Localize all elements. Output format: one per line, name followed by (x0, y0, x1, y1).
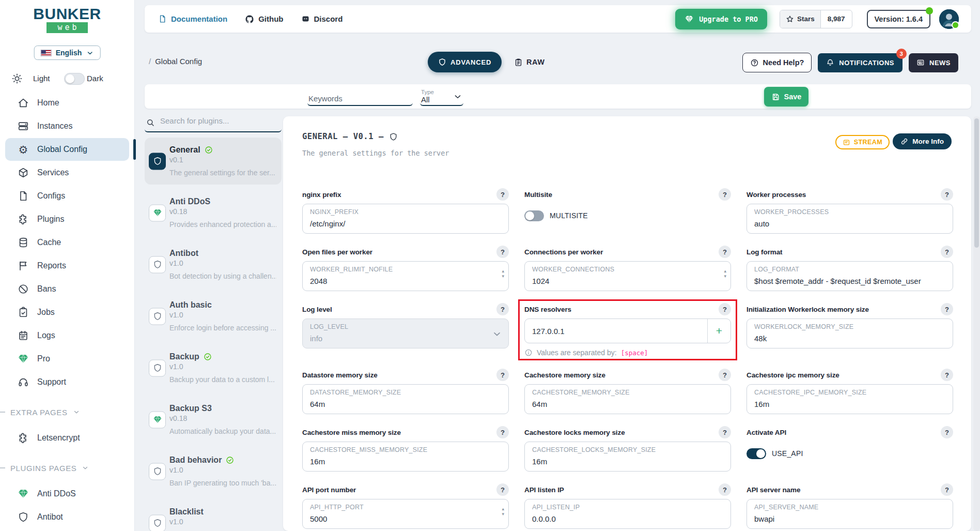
sidebar-item-reports[interactable]: Reports (5, 254, 129, 277)
field-input[interactable]: CACHESTORE_MEMORY_SIZE64m (524, 384, 731, 414)
sidebar-section-extra-pages[interactable]: EXTRA PAGES (0, 405, 134, 419)
add-value-button[interactable]: + (707, 319, 730, 343)
advanced-mode-button[interactable]: ADVANCED (428, 52, 502, 72)
help-icon[interactable]: ? (496, 426, 509, 438)
help-icon[interactable]: ? (719, 246, 731, 258)
keywords-input[interactable] (307, 92, 413, 106)
sidebar-item-logs[interactable]: Logs (5, 324, 129, 347)
theme-toggle[interactable] (64, 73, 85, 85)
panel-scrollbar[interactable] (973, 116, 980, 531)
help-icon[interactable]: ? (941, 246, 953, 258)
field-input[interactable]: API_SERVER_NAMEbwapi (746, 499, 953, 529)
topbar-links: Documentation Github Discord (158, 14, 343, 24)
toggle-use-api[interactable] (746, 448, 766, 459)
field-input[interactable]: NGINX_PREFIX/etc/nginx/ (302, 204, 509, 234)
help-icon[interactable]: ? (941, 303, 953, 315)
sidebar-item-support[interactable]: Support (5, 371, 129, 393)
field-cachestore-ipc-memory-size: Cachestore ipc memory size?CACHESTORE_IP… (746, 369, 953, 414)
plugin-item-antibot[interactable]: Antibotv1.0Bot detection by using a chal… (145, 241, 282, 288)
plugin-item-bad-behavior[interactable]: Bad behaviorv1.0Ban IP generating too mu… (145, 448, 282, 495)
save-button[interactable]: Save (764, 87, 808, 107)
github-stars-badge[interactable]: Stars 8,987 (780, 10, 852, 28)
plugin-search-input[interactable] (159, 116, 277, 126)
field-value-input[interactable]: 127.0.0.1 (525, 319, 707, 343)
type-select[interactable]: Type All (420, 89, 463, 106)
help-icon[interactable]: ? (941, 483, 953, 496)
scrollbar-thumb[interactable] (974, 118, 979, 248)
help-icon[interactable]: ? (496, 303, 509, 315)
sidebar-item-instances[interactable]: Instances (5, 115, 129, 138)
help-icon[interactable]: ? (496, 188, 509, 201)
field-input[interactable]: WORKER_RLIMIT_NOFILE2048▴▾ (302, 261, 509, 291)
field-value: 0.0.0.0 (532, 513, 723, 525)
sidebar-item-label: Bans (37, 284, 56, 294)
field-input[interactable]: DATASTORE_MEMORY_SIZE64m (302, 384, 509, 414)
sidebar-item-bans[interactable]: Bans (5, 278, 129, 300)
gear-icon: ⚙ (18, 144, 29, 155)
sidebar-item-home[interactable]: Home (5, 92, 129, 114)
version-status-dot (926, 7, 933, 14)
number-stepper[interactable]: ▴▾ (724, 268, 726, 279)
more-info-button[interactable]: More Info (893, 133, 952, 149)
sidebar-item-services[interactable]: Services (5, 161, 129, 184)
help-icon[interactable]: ? (941, 188, 953, 201)
field-value: 1024 (532, 276, 723, 287)
sidebar-item-cache[interactable]: Cache (5, 231, 129, 254)
sidebar-item-jobs[interactable]: Jobs (5, 301, 129, 324)
toggle-multisite[interactable] (524, 210, 544, 221)
notifications-button[interactable]: NOTIFICATIONS 3 (818, 53, 903, 72)
field-input[interactable]: WORKER_PROCESSESauto (746, 204, 953, 234)
section-label: PLUGINS PAGES (10, 464, 76, 473)
help-icon[interactable]: ? (496, 483, 509, 496)
help-icon[interactable]: ? (496, 246, 509, 258)
field-input[interactable]: CACHESTORE_IPC_MEMORY_SIZE16m (746, 384, 953, 414)
number-stepper[interactable]: ▴▾ (502, 268, 504, 279)
sidebar-item-letsencrypt[interactable]: Letsencrypt (5, 427, 129, 449)
field-input[interactable]: CACHESTORE_MISS_MEMORY_SIZE16m (302, 442, 509, 472)
star-icon (786, 15, 794, 23)
field-input[interactable]: API_LISTEN_IP0.0.0.0 (524, 499, 731, 529)
field-value: auto (754, 218, 945, 230)
news-button[interactable]: NEWS (909, 53, 958, 72)
bunkerweb-logo[interactable]: BUNKER web (0, 6, 134, 33)
upgrade-to-pro-button[interactable]: Upgrade to PRO (675, 9, 767, 29)
help-icon[interactable]: ? (719, 303, 731, 315)
sidebar-item-configs[interactable]: Configs (5, 185, 129, 207)
raw-mode-button[interactable]: RAW (514, 58, 545, 67)
sidebar-item-global-config[interactable]: ⚙Global Config (5, 138, 129, 161)
plugin-item-anti-ddos[interactable]: Anti DDoSv0.18Provides enhanced protecti… (145, 189, 282, 236)
discord-link[interactable]: Discord (301, 14, 343, 23)
field-input[interactable]: CACHESTORE_LOCKS_MEMORY_SIZE16m (524, 442, 731, 472)
sidebar-item-anti-ddos[interactable]: Anti DDoS (5, 482, 129, 505)
need-help-button[interactable]: Need Help? (742, 53, 812, 72)
help-icon[interactable]: ? (719, 483, 731, 496)
sidebar-item-label: Home (37, 98, 59, 108)
field-input[interactable]: WORKER_CONNECTIONS1024▴▾ (524, 261, 731, 291)
sidebar-item-pro[interactable]: Pro (5, 347, 129, 370)
help-icon[interactable]: ? (719, 426, 731, 438)
help-icon[interactable]: ? (719, 369, 731, 381)
field-select[interactable]: LOG_LEVELinfo (302, 318, 509, 348)
language-selector[interactable]: English (34, 45, 101, 60)
help-icon[interactable]: ? (496, 369, 509, 381)
plugin-item-auth-basic[interactable]: Auth basicv1.0Enforce login before acces… (145, 293, 282, 340)
plugin-item-backup-s3[interactable]: Backup S3v0.18Automatically backup your … (145, 396, 282, 443)
field-input[interactable]: API_HTTP_PORT5000▴▾ (302, 499, 509, 529)
help-icon[interactable]: ? (941, 426, 953, 438)
sidebar-item-plugins[interactable]: Plugins (5, 208, 129, 231)
field-input[interactable]: LOG_FORMAT$host $remote_addr - $request_… (746, 261, 953, 291)
help-icon[interactable]: ? (941, 369, 953, 381)
help-icon[interactable]: ? (719, 188, 731, 201)
sidebar-item-antibot[interactable]: Antibot (5, 506, 129, 528)
sidebar-nav: HomeInstances⚙Global ConfigServicesConfi… (0, 91, 134, 529)
field-input[interactable]: WORKERLOCK_MEMORY_SIZE48k (746, 318, 953, 348)
plugin-item-backup[interactable]: Backupv1.0Backup your data to a custom l… (145, 344, 282, 391)
documentation-link[interactable]: Documentation (158, 14, 227, 23)
sidebar-section-plugins-pages[interactable]: PLUGINS PAGES (0, 461, 134, 475)
avatar[interactable] (939, 9, 959, 29)
number-stepper[interactable]: ▴▾ (502, 506, 504, 517)
plugin-item-general[interactable]: Generalv0.1The general settings for the … (145, 138, 282, 185)
plugin-item-blacklist[interactable]: Blacklistv1.0Deny access based on intern… (145, 499, 282, 531)
github-link[interactable]: Github (245, 14, 283, 24)
shield-icon (153, 260, 162, 269)
